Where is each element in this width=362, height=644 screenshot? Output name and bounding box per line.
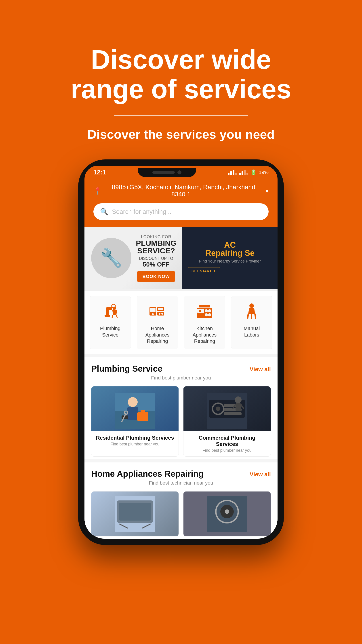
plumbing-icon (99, 300, 121, 323)
appliances-view-all[interactable]: View all (250, 471, 271, 478)
search-icon: 🔍 (100, 208, 108, 216)
residential-title: Residential Plumbing Services (95, 435, 175, 441)
plumbing-header: Plumbing Service View all (91, 364, 271, 374)
svg-point-44 (235, 396, 242, 403)
plumbing-view-all[interactable]: View all (250, 366, 271, 373)
banner-discount-label: DISCOUNT UP TO (136, 256, 176, 261)
svg-point-8 (152, 313, 154, 315)
svg-point-18 (208, 309, 211, 312)
appliance-image-1 (91, 492, 179, 536)
category-home-appliances[interactable]: HomeAppliancesRepairing (137, 296, 178, 349)
svg-point-13 (161, 313, 163, 314)
signal-icon (228, 170, 237, 175)
hero-section: Discover wide range of services Discover… (0, 0, 362, 563)
plumbing-section-title: Plumbing Service (91, 364, 162, 374)
commercial-plumbing-card[interactable]: Commercial Plumbing Services Find best p… (183, 386, 271, 456)
manual-labors-label: ManualLabors (244, 325, 260, 338)
plumbing-label: PlumbingService (100, 325, 121, 338)
phone-mockup: 12:1 (78, 160, 284, 545)
hero-divider (114, 115, 248, 116)
appliance-image-2 (183, 492, 271, 536)
plumbing-subtitle: Find best plumber near you (91, 375, 271, 381)
plumbing-service-section: Plumbing Service View all Find best plum… (84, 357, 278, 459)
status-bar: 12:1 (84, 166, 278, 179)
svg-point-3 (113, 306, 116, 310)
ac-subtitle: Find Your Nearby Service Provider (188, 259, 272, 264)
svg-rect-43 (224, 412, 242, 415)
home-appliances-icon (146, 300, 168, 323)
search-bar[interactable]: 🔍 Search for anything... (93, 203, 269, 220)
book-now-button[interactable]: BOOK NOW (137, 271, 175, 282)
location-pin-icon: 📍 (93, 187, 102, 195)
svg-rect-26 (251, 317, 252, 319)
svg-point-17 (205, 309, 208, 312)
appliances-cards (91, 491, 271, 536)
banner-service-name: PLUMBINGSERVICE? (136, 239, 176, 254)
svg-point-40 (216, 406, 220, 411)
categories-section: PlumbingService (84, 289, 278, 354)
get-started-button[interactable]: GET STARTED (188, 267, 220, 275)
speaker (152, 171, 175, 174)
banner-looking: LOOKING FOR (136, 234, 176, 239)
svg-point-22 (249, 304, 254, 308)
chevron-down-icon[interactable]: ▾ (266, 187, 269, 194)
commercial-title: Commercial Plumbing Services (187, 435, 267, 447)
hero-subtitle: Discover the services you need (87, 127, 274, 142)
svg-rect-33 (137, 412, 148, 421)
banner-discount-value: 50% OFF (136, 261, 176, 268)
svg-rect-11 (158, 308, 163, 310)
banner-text: LOOKING FOR PLUMBINGSERVICE? DISCOUNT UP… (136, 234, 176, 282)
svg-line-4 (112, 315, 113, 318)
plumbing-banner: 🔧 LOOKING FOR PLUMBINGSERVICE? DISCOUNT … (84, 227, 182, 289)
search-input[interactable]: Search for anything... (112, 208, 171, 215)
location-address: 8985+G5X, Kochatoli, Namkum, Ranchi, Jha… (105, 184, 262, 198)
ac-banner: ACRepairing Se Find Your Nearby Service … (182, 227, 278, 289)
residential-info: Residential Plumbing Services Find best … (91, 431, 179, 450)
appliance-card-2[interactable] (183, 491, 271, 536)
svg-rect-34 (141, 410, 145, 413)
commercial-info: Commercial Plumbing Services Find best p… (183, 431, 271, 456)
svg-rect-45 (236, 403, 241, 411)
svg-line-5 (116, 315, 117, 318)
svg-point-29 (128, 397, 138, 407)
svg-line-24 (255, 314, 256, 319)
svg-point-16 (199, 310, 201, 312)
app-header: 📍 8985+G5X, Kochatoli, Namkum, Ranchi, J… (84, 179, 278, 227)
svg-rect-7 (150, 308, 156, 312)
app-screen: 📍 8985+G5X, Kochatoli, Namkum, Ranchi, J… (84, 179, 278, 539)
phone-time: 12:1 (93, 169, 106, 176)
worker-image: 🔧 (91, 238, 131, 278)
svg-point-19 (205, 313, 208, 316)
svg-point-20 (208, 313, 211, 316)
battery-percent: 19% (259, 170, 269, 175)
residential-image (91, 386, 179, 431)
category-manual-labors[interactable]: ManualLabors (231, 296, 273, 349)
category-kitchen-appliances[interactable]: KitchenAppliancesRepairing (184, 296, 225, 349)
hero-title: Discover wide range of services (58, 45, 304, 104)
battery-icon: 🔋 (251, 170, 257, 175)
residential-desc: Find best plumber near you (95, 442, 175, 446)
appliance-card-1[interactable] (91, 491, 179, 536)
commercial-desc: Find best plumber near you (187, 448, 267, 453)
banner-section: 🔧 LOOKING FOR PLUMBINGSERVICE? DISCOUNT … (84, 227, 278, 289)
home-appliances-label: HomeAppliancesRepairing (145, 325, 170, 344)
residential-plumbing-card[interactable]: Residential Plumbing Services Find best … (91, 386, 179, 456)
category-plumbing[interactable]: PlumbingService (90, 296, 131, 349)
svg-rect-21 (199, 305, 210, 308)
service-cards: Residential Plumbing Services Find best … (91, 386, 271, 456)
svg-rect-50 (119, 503, 151, 520)
status-icons: 🔋 19% (228, 170, 269, 175)
svg-rect-30 (127, 407, 138, 420)
appliances-title: Home Appliances Repairing (91, 469, 204, 479)
camera (177, 170, 181, 174)
kitchen-label: KitchenAppliancesRepairing (193, 325, 217, 344)
location-bar[interactable]: 📍 8985+G5X, Kochatoli, Namkum, Ranchi, J… (93, 184, 269, 198)
svg-point-56 (225, 510, 229, 514)
manual-labors-icon (240, 300, 263, 323)
appliances-subtitle: Find best technician near you (91, 480, 271, 486)
phone-frame: 12:1 (78, 160, 284, 545)
signal-icon-2 (239, 170, 248, 175)
svg-point-12 (159, 313, 160, 314)
appliances-section: Home Appliances Repairing View all Find … (84, 462, 278, 539)
ac-title: ACRepairing Se (188, 241, 272, 257)
